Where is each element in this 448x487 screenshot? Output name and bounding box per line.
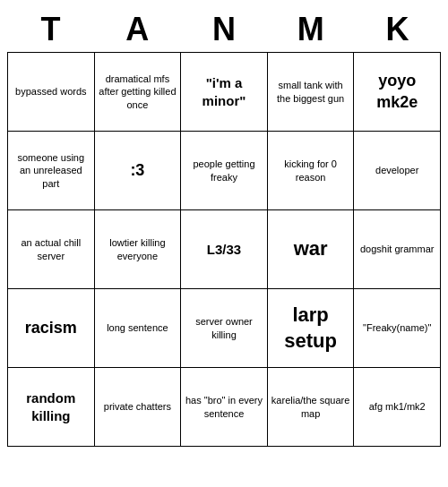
bingo-cell-19: "Freaky(name)" xyxy=(354,289,441,368)
bingo-cell-2: "i'm a minor" xyxy=(181,53,268,132)
bingo-cell-4: yoyo mk2e xyxy=(354,53,441,132)
bingo-cell-10: an actual chill server xyxy=(8,210,95,289)
bingo-cell-7: people getting freaky xyxy=(181,132,268,210)
bingo-cell-0: bypassed words xyxy=(8,53,95,132)
bingo-cell-13: war xyxy=(268,210,355,289)
bingo-header: TANMK xyxy=(7,7,441,52)
header-letter-M: M xyxy=(267,7,354,52)
bingo-cell-5: someone using an unreleased part xyxy=(8,132,95,210)
bingo-cell-6: :3 xyxy=(95,132,182,210)
bingo-cell-1: dramatical mfs after getting killed once xyxy=(95,53,182,132)
bingo-cell-12: L3/33 xyxy=(181,210,268,289)
bingo-cell-18: larp setup xyxy=(268,289,355,368)
bingo-cell-8: kicking for 0 reason xyxy=(268,132,355,210)
header-letter-A: A xyxy=(94,7,181,52)
bingo-cell-3: small tank with the biggest gun xyxy=(268,53,355,132)
bingo-cell-15: racism xyxy=(8,289,95,368)
bingo-cell-23: karelia/the square map xyxy=(268,368,355,447)
header-letter-T: T xyxy=(7,7,94,52)
bingo-card: TANMK bypassed wordsdramatical mfs after… xyxy=(7,7,441,447)
bingo-cell-11: lowtier killing everyone xyxy=(95,210,182,289)
header-letter-N: N xyxy=(181,7,268,52)
bingo-cell-16: long sentence xyxy=(95,289,182,368)
bingo-cell-17: server owner killing xyxy=(181,289,268,368)
bingo-cell-21: private chatters xyxy=(95,368,182,447)
bingo-cell-14: dogshit grammar xyxy=(354,210,441,289)
bingo-cell-24: afg mk1/mk2 xyxy=(354,368,441,447)
bingo-cell-9: developer xyxy=(354,132,441,210)
header-letter-K: K xyxy=(354,7,441,52)
bingo-grid: bypassed wordsdramatical mfs after getti… xyxy=(7,52,441,447)
bingo-cell-20: random killing xyxy=(8,368,95,447)
bingo-cell-22: has "bro" in every sentence xyxy=(181,368,268,447)
